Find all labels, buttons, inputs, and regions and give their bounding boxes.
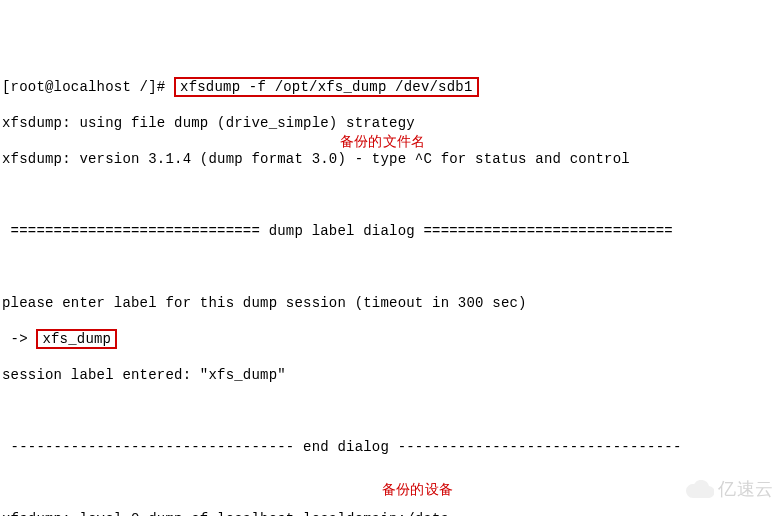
blank-line bbox=[2, 402, 777, 420]
command-input[interactable]: xfsdump -f /opt/xfs_dump /dev/sdb1 bbox=[174, 77, 478, 97]
separator-dump: ============================= dump label… bbox=[2, 222, 777, 240]
watermark-text: 亿速云 bbox=[718, 480, 773, 498]
cloud-icon bbox=[686, 480, 714, 498]
output-line: xfsdump: using file dump (drive_simple) … bbox=[2, 114, 777, 132]
arrow: -> bbox=[2, 331, 36, 347]
output-line: session label entered: "xfs_dump" bbox=[2, 366, 777, 384]
output-line: xfsdump: version 3.1.4 (dump format 3.0)… bbox=[2, 150, 777, 168]
blank-line bbox=[2, 186, 777, 204]
shell-prompt: [root@localhost /]# bbox=[2, 79, 165, 95]
watermark: 亿速云 bbox=[686, 480, 773, 498]
blank-line bbox=[2, 258, 777, 276]
output-line: xfsdump: level 0 dump of localhost.local… bbox=[2, 510, 777, 516]
prompt-label: please enter label for this dump session… bbox=[2, 294, 777, 312]
separator-end: --------------------------------- end di… bbox=[2, 438, 777, 456]
annotation-device: 备份的设备 bbox=[382, 480, 453, 498]
input-line: -> xfs_dump bbox=[2, 330, 777, 348]
dump-label-input[interactable]: xfs_dump bbox=[36, 329, 117, 349]
prompt-line: [root@localhost /]# xfsdump -f /opt/xfs_… bbox=[2, 78, 777, 96]
annotation-file: 备份的文件名 bbox=[340, 132, 425, 150]
